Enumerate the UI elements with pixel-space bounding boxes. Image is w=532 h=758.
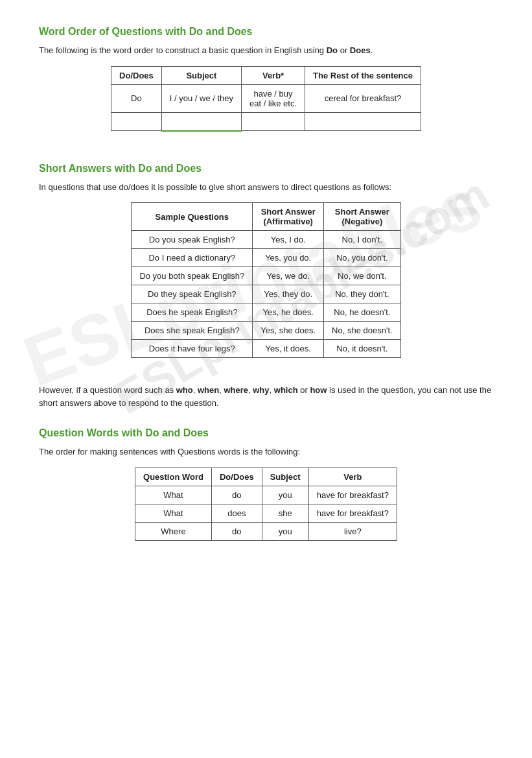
cell-v1: have for breakfast? [308,486,397,504]
cell-a7: Yes, it does. [253,340,324,358]
cell-n2: No, you don't. [324,249,401,267]
cell-dd3: do [211,522,262,540]
cell-dd1: do [211,486,262,504]
cell-empty1 [111,112,162,131]
note-word-why: why [253,385,269,395]
section2-note: However, if a question word such as who,… [39,384,493,409]
cell-q4: Do they speak English? [132,285,253,303]
cell-n4: No, they don't. [324,285,401,303]
cell-n6: No, she doesn't. [324,322,401,340]
section1-intro: The following is the word order to const… [39,44,493,57]
cell-a3: Yes, we do. [253,267,324,285]
note-word-who: who [176,385,193,395]
qw-header-row: Question Word Do/Does Subject Verb [135,468,397,486]
cell-a5: Yes, he does. [253,303,324,322]
table-row: What do you have for breakfast? [135,486,397,504]
cell-s3: you [262,522,308,540]
section1-title: Word Order of Questions with Do and Does [39,26,493,38]
table-row: Does it have four legs? Yes, it does. No… [132,340,400,358]
cell-v2: have for breakfast? [308,504,397,522]
cell-empty3 [242,112,305,131]
section3-table-wrapper: Question Word Do/Does Subject Verb What … [39,468,493,554]
table-row: Do you speak English? Yes, I do. No, I d… [132,231,400,249]
col-short-negative: Short Answer(Negative) [324,203,401,231]
section1-intro-text: The following is the word order to const… [39,45,324,55]
col-subject: Subject [161,66,241,84]
short-answers-table: Sample Questions Short Answer(Affirmativ… [131,202,400,358]
cell-empty2 [161,112,241,131]
sep4: , [270,385,274,395]
cell-a1: Yes, I do. [253,231,324,249]
table-row: Do I need a dictionary? Yes, you do. No,… [132,249,400,267]
col-short-affirmative: Short Answer(Affirmative) [253,203,324,231]
cell-qw2: What [135,504,212,522]
col-sample-q: Sample Questions [132,203,253,231]
short-answers-header-row: Sample Questions Short Answer(Affirmativ… [132,203,400,231]
note-text-before: However, if a question word such as [39,385,176,395]
cell-q6: Does she speak English? [132,322,253,340]
table-row: Does she speak English? Yes, she does. N… [132,322,400,340]
cell-qw3: Where [135,522,212,540]
table-row: Does he speak English? Yes, he does. No,… [132,303,400,322]
cell-q5: Does he speak English? [132,303,253,322]
cell-n7: No, it doesn't. [324,340,401,358]
table-row: Do you both speak English? Yes, we do. N… [132,267,400,285]
table-row: Do they speak English? Yes, they do. No,… [132,285,400,303]
section-word-order: Word Order of Questions with Do and Does… [39,26,493,145]
col-doDoes2: Do/Does [211,468,262,486]
table-row: Do I / you / we / they have / buyeat / l… [111,84,421,112]
cell-n5: No, he doesn't. [324,303,401,322]
cell-empty4 [305,112,421,131]
cell-a4: Yes, they do. [253,285,324,303]
cell-n1: No, I don't. [324,231,401,249]
col-qword: Question Word [135,468,212,486]
section1-table-wrapper: Do/Does Subject Verb* The Rest of the se… [39,66,493,145]
cell-q3: Do you both speak English? [132,267,253,285]
note-word-where: where [224,385,248,395]
table-row: Where do you live? [135,522,397,540]
table-row: What does she have for breakfast? [135,504,397,522]
section3-title: Question Words with Do and Does [39,427,493,439]
cell-dd2: does [211,504,262,522]
cell-rest: cereal for breakfast? [305,84,421,112]
section3-intro: The order for making sentences with Ques… [39,445,493,458]
cell-q7: Does it have four legs? [132,340,253,358]
question-words-table: Question Word Do/Does Subject Verb What … [135,468,397,541]
section1-bold2: Does [350,45,371,55]
cell-n3: No, we don't. [324,267,401,285]
col-doDoes: Do/Does [111,66,162,84]
cell-q2: Do I need a dictionary? [132,249,253,267]
col-rest: The Rest of the sentence [305,66,421,84]
col-subject2: Subject [262,468,308,486]
cell-subject: I / you / we / they [161,84,241,112]
note-word-when: when [198,385,219,395]
cell-a6: Yes, she does. [253,322,324,340]
section-question-words: Question Words with Do and Does The orde… [39,427,493,554]
section2-intro: In questions that use do/does it is poss… [39,181,493,194]
sep1: , [193,385,198,395]
section1-period: . [371,45,373,55]
sep5: or [298,385,310,395]
section2-table-wrapper: Sample Questions Short Answer(Affirmativ… [39,202,493,371]
cell-do: Do [111,84,162,112]
word-order-table: Do/Does Subject Verb* The Rest of the se… [111,66,421,132]
cell-a2: Yes, you do. [253,249,324,267]
section-short-answers: Short Answers with Do and Does In questi… [39,163,493,410]
col-verb2: Verb [308,468,397,486]
section1-intro-mid: or [340,45,350,55]
note-word-how: how [310,385,327,395]
cell-s2: she [262,504,308,522]
cell-v3: live? [308,522,397,540]
col-verb: Verb* [242,66,305,84]
cell-qw1: What [135,486,212,504]
section1-bold1: Do [327,45,338,55]
cell-verb: have / buyeat / like etc. [242,84,305,112]
note-word-which: which [274,385,298,395]
table-row-empty [111,112,421,131]
section2-title: Short Answers with Do and Does [39,163,493,174]
cell-s1: you [262,486,308,504]
table-header-row: Do/Does Subject Verb* The Rest of the se… [111,66,421,84]
cell-q1: Do you speak English? [132,231,253,249]
